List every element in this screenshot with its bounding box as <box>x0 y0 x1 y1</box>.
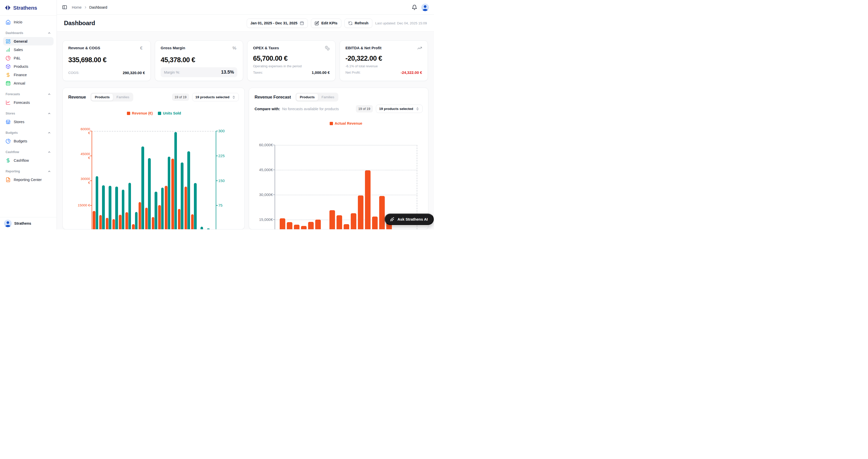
units-bar-10[interactable] <box>155 192 157 229</box>
actual-revenue-bar-8[interactable] <box>330 210 335 229</box>
kpi-row-value: 13.5% <box>221 69 234 75</box>
y-axis-left-tick <box>90 181 92 181</box>
revenue-bar-15[interactable] <box>185 187 187 229</box>
user-avatar[interactable] <box>421 4 429 11</box>
products-select[interactable]: 19 products selected <box>192 93 239 101</box>
actual-revenue-bar-13[interactable] <box>365 170 371 229</box>
actual-revenue-bar-4[interactable] <box>301 226 307 229</box>
actual-revenue-bar-6[interactable] <box>315 220 321 229</box>
units-bar-5[interactable] <box>122 190 125 229</box>
actual-revenue-bar-5[interactable] <box>308 222 314 229</box>
sidebar-item-stores[interactable]: Stores <box>3 118 54 126</box>
legend-swatch <box>330 122 333 125</box>
sidebar-item-cashflow[interactable]: Cashflow <box>3 156 54 164</box>
forecast-chart-title: Revenue Forecast <box>254 95 291 100</box>
chevron-up-icon <box>48 170 51 173</box>
units-bar-7[interactable] <box>135 212 138 229</box>
units-bar-3[interactable] <box>108 186 112 229</box>
units-bar-12[interactable] <box>168 157 170 229</box>
units-bar-8[interactable] <box>142 147 144 229</box>
legend-item-actual-revenue[interactable]: Actual Revenue <box>330 121 363 125</box>
actual-revenue-bar-11[interactable] <box>351 213 356 229</box>
sidebar-item-forecasts[interactable]: Forecasts <box>3 98 54 106</box>
units-bar-11[interactable] <box>161 188 164 229</box>
sidebar-item-annual[interactable]: Annual <box>3 79 54 87</box>
actual-revenue-bar-12[interactable] <box>358 195 364 229</box>
sidebar-item-sales[interactable]: Sales <box>3 45 54 54</box>
actual-revenue-bar-2[interactable] <box>287 222 292 229</box>
units-bar-17[interactable] <box>200 227 203 229</box>
revenue-bar-4[interactable] <box>113 219 115 229</box>
units-bar-4[interactable] <box>115 187 118 229</box>
y-axis-right-tick <box>216 205 218 206</box>
units-bar-9[interactable] <box>148 158 151 229</box>
revenue-bar-9[interactable] <box>145 208 148 229</box>
notifications-bell-icon[interactable] <box>412 5 417 10</box>
actual-revenue-bar-14[interactable] <box>372 217 378 229</box>
refresh-button[interactable]: Refresh <box>344 19 372 28</box>
sidebar-item-products[interactable]: Products <box>3 62 54 70</box>
revenue-bar-1[interactable] <box>93 211 95 229</box>
edit-kpis-label: Edit KPIs <box>321 21 338 25</box>
sidebar-section-reporting[interactable]: Reporting <box>6 170 51 173</box>
ask-ai-button[interactable]: Ask Strathens AI <box>384 214 434 225</box>
y-axis-left-tick <box>90 131 92 131</box>
revenue-bar-13[interactable] <box>171 159 174 229</box>
sidebar-section-budgets[interactable]: Budgets <box>6 131 51 134</box>
sidebar-section-stores[interactable]: Stores <box>6 112 51 115</box>
date-range-picker[interactable]: Jan 01, 2025 - Dec 31, 2025 <box>247 19 308 28</box>
toggle-products[interactable]: Products <box>296 93 318 101</box>
revenue-bar-12[interactable] <box>165 186 167 229</box>
revenue-bar-3[interactable] <box>106 218 108 229</box>
toggle-families[interactable]: Families <box>318 94 338 100</box>
products-select[interactable]: 19 products selected <box>376 104 423 113</box>
units-bar-14[interactable] <box>181 162 184 229</box>
sidebar-section-forecasts[interactable]: Forecasts <box>6 92 51 96</box>
sidebar-section-dashboards[interactable]: Dashboards <box>6 31 51 35</box>
toggle-products[interactable]: Products <box>91 93 113 101</box>
actual-revenue-bar-10[interactable] <box>344 224 349 229</box>
revenue-bar-6[interactable] <box>125 212 128 229</box>
selection-count-badge: 19 of 19 <box>172 93 189 101</box>
units-bar-16[interactable] <box>194 183 197 229</box>
revenue-bar-11[interactable] <box>158 205 161 229</box>
sidebar-item-budgets[interactable]: Budgets <box>3 137 54 145</box>
sidebar-toggle-icon[interactable] <box>62 5 67 10</box>
revenue-bar-10[interactable] <box>152 217 155 229</box>
revenue-bar-7[interactable] <box>132 224 135 229</box>
kpi-value: 65,700.00 € <box>253 55 330 62</box>
sidebar-item-inicio[interactable]: Inicio <box>3 18 54 26</box>
actual-revenue-bar-1[interactable] <box>280 218 285 229</box>
forecast-compare-row: Compare with: No forecasts available for… <box>249 101 428 113</box>
revenue-bar-2[interactable] <box>99 215 102 229</box>
revenue-bar-14[interactable] <box>178 209 181 229</box>
revenue-chart-plot[interactable] <box>92 131 216 229</box>
revenue-bar-5[interactable] <box>119 215 122 229</box>
kpi-value: -20,322.00 € <box>345 55 422 62</box>
units-bar-1[interactable] <box>96 176 98 229</box>
units-bar-6[interactable] <box>128 183 131 229</box>
legend-item-units[interactable]: Units Sold <box>158 111 181 115</box>
sidebar-item-reporting-center[interactable]: Reporting Center <box>3 176 54 184</box>
actual-revenue-bar-15[interactable] <box>379 196 385 229</box>
units-bar-15[interactable] <box>187 151 190 229</box>
sidebar-user[interactable]: Strathens <box>0 217 57 230</box>
sidebar-item-finance[interactable]: Finance <box>3 70 54 79</box>
sidebar-section-cashflow[interactable]: Cashflow <box>6 150 51 154</box>
breadcrumb-home[interactable]: Home <box>72 5 82 9</box>
line-chart-icon <box>6 100 11 105</box>
revenue-bar-16[interactable] <box>191 214 194 229</box>
units-bar-2[interactable] <box>102 185 105 230</box>
edit-kpis-button[interactable]: Edit KPIs <box>311 19 341 28</box>
toggle-families[interactable]: Families <box>113 94 132 100</box>
units-bar-13[interactable] <box>174 132 177 229</box>
actual-revenue-bar-3[interactable] <box>294 225 300 229</box>
units-bar-18[interactable] <box>207 228 210 229</box>
sidebar-item-pnl[interactable]: P&L <box>3 54 54 62</box>
revenue-bar-8[interactable] <box>138 202 142 229</box>
legend-item-revenue[interactable]: Revenue (€) <box>127 111 153 115</box>
chevrons-up-down-icon <box>416 107 419 111</box>
actual-revenue-bar-9[interactable] <box>337 215 342 229</box>
sidebar-item-general[interactable]: General <box>3 37 54 45</box>
brand-logo[interactable]: Strathens <box>0 0 57 16</box>
